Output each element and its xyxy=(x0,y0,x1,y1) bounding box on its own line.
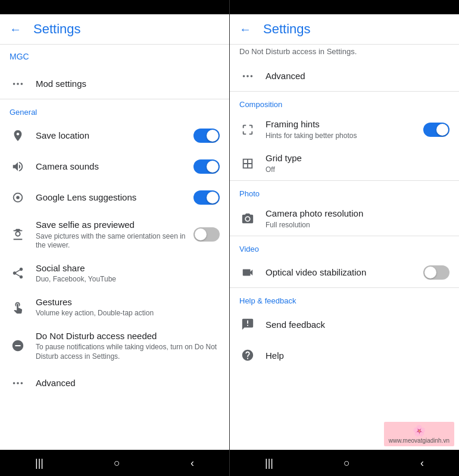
social-share-row[interactable]: Social share Duo, Facebook, YouTube xyxy=(0,256,229,290)
advanced-dots-icon-right xyxy=(239,68,256,84)
social-share-subtitle: Duo, Facebook, YouTube xyxy=(36,275,220,284)
google-lens-toggle[interactable] xyxy=(193,190,220,205)
optical-video-stabilization-row[interactable]: Optical video stabilization xyxy=(230,257,459,288)
do-not-disturb-note: Do Not Disturb access in Settings. xyxy=(230,45,459,61)
svg-point-0 xyxy=(13,83,15,85)
mgc-label: MGC xyxy=(0,45,229,68)
google-lens-text: Google Lens suggestions xyxy=(36,192,189,203)
save-selfie-toggle[interactable] xyxy=(193,227,220,242)
left-nav-back[interactable]: ‹ xyxy=(179,452,206,474)
left-scroll: MGC Mod settings General Save location xyxy=(0,45,229,450)
composition-label: Composition xyxy=(230,92,459,112)
do-not-disturb-subtitle: To pause notifications while taking vide… xyxy=(36,343,220,361)
optical-video-stabilization-title: Optical video stabilization xyxy=(266,267,419,278)
grid-type-row[interactable]: Grid type Off xyxy=(230,146,459,181)
camera-sounds-row[interactable]: Camera sounds xyxy=(0,151,229,182)
share-icon xyxy=(10,265,26,281)
right-nav-home[interactable]: ○ xyxy=(332,452,362,474)
optical-video-stabilization-text: Optical video stabilization xyxy=(266,267,419,278)
left-header: ← Settings xyxy=(0,14,229,45)
right-status-bar xyxy=(230,0,459,14)
selfie-icon xyxy=(10,226,26,243)
help-row[interactable]: Help xyxy=(230,340,459,371)
camera-photo-resolution-title: Camera photo resolution xyxy=(266,208,449,220)
save-selfie-row[interactable]: Save selfie as previewed Save pictures w… xyxy=(0,213,229,256)
left-back-button[interactable]: ← xyxy=(10,23,21,36)
help-icon xyxy=(239,347,256,364)
save-selfie-title: Save selfie as previewed xyxy=(36,219,189,231)
camera-sounds-text: Camera sounds xyxy=(36,161,189,173)
save-location-toggle[interactable] xyxy=(193,129,220,143)
sound-icon xyxy=(10,158,26,175)
right-nav-recents[interactable]: ||| xyxy=(253,452,285,474)
mod-settings-row[interactable]: Mod settings xyxy=(0,68,229,99)
grid-type-title: Grid type xyxy=(266,152,449,164)
advanced-text-left: Advanced xyxy=(36,377,220,389)
watermark-lotus: 🌸 xyxy=(413,424,426,437)
disturb-icon xyxy=(10,337,26,354)
left-nav-recents[interactable]: ||| xyxy=(23,452,55,474)
lens-icon xyxy=(10,189,26,206)
save-selfie-subtitle: Save pictures with the same orientation … xyxy=(36,232,189,250)
do-not-disturb-text: Do Not Disturb access needed To pause no… xyxy=(36,330,220,362)
gestures-subtitle: Volume key action, Double-tap action xyxy=(36,309,220,318)
general-label: General xyxy=(0,99,229,120)
svg-point-4 xyxy=(16,196,20,199)
advanced-text-right: Advanced xyxy=(266,70,449,82)
framing-hints-text: Framing hints Hints for taking better ph… xyxy=(266,118,419,140)
right-nav-back[interactable]: ‹ xyxy=(408,452,436,474)
grid-type-subtitle: Off xyxy=(266,165,449,175)
advanced-row-right[interactable]: Advanced xyxy=(230,61,459,92)
framing-hints-row[interactable]: Framing hints Hints for taking better ph… xyxy=(230,112,459,146)
gestures-row[interactable]: Gestures Volume key action, Double-tap a… xyxy=(0,290,229,324)
gesture-icon xyxy=(10,299,26,315)
right-settings-title: Settings xyxy=(263,21,311,37)
left-status-bar xyxy=(0,0,229,14)
do-not-disturb-title: Do Not Disturb access needed xyxy=(36,330,220,342)
send-feedback-title: Send feedback xyxy=(266,319,449,331)
camera-photo-resolution-text: Camera photo resolution Full resolution xyxy=(266,208,449,230)
camera-photo-resolution-row[interactable]: Camera photo resolution Full resolution xyxy=(230,202,459,236)
svg-point-6 xyxy=(17,382,19,384)
svg-point-8 xyxy=(243,75,245,77)
save-location-text: Save location xyxy=(36,130,189,142)
do-not-disturb-row[interactable]: Do Not Disturb access needed To pause no… xyxy=(0,324,229,368)
advanced-row-left[interactable]: Advanced xyxy=(0,368,229,399)
optical-video-stabilization-toggle[interactable] xyxy=(423,265,449,280)
advanced-title-right: Advanced xyxy=(266,70,449,82)
left-nav-home[interactable]: ○ xyxy=(102,452,132,474)
camera-sounds-toggle[interactable] xyxy=(193,159,220,174)
left-settings-title: Settings xyxy=(33,21,81,37)
mod-settings-text: Mod settings xyxy=(36,78,220,90)
svg-point-1 xyxy=(17,83,19,85)
save-location-row[interactable]: Save location xyxy=(0,120,229,151)
framing-hints-subtitle: Hints for taking better photos xyxy=(266,131,419,141)
right-back-button[interactable]: ← xyxy=(239,23,251,36)
advanced-title-left: Advanced xyxy=(36,377,220,389)
social-share-text: Social share Duo, Facebook, YouTube xyxy=(36,262,220,284)
camera-photo-resolution-subtitle: Full resolution xyxy=(266,221,449,230)
photo-label: Photo xyxy=(230,181,459,202)
gestures-text: Gestures Volume key action, Double-tap a… xyxy=(36,296,220,318)
right-scroll: Do Not Disturb access in Settings. Advan… xyxy=(230,45,459,450)
send-feedback-text: Send feedback xyxy=(266,319,449,331)
framing-hints-icon xyxy=(239,121,256,138)
help-text: Help xyxy=(266,350,449,362)
left-nav-bar: ||| ○ ‹ xyxy=(0,450,229,476)
svg-point-5 xyxy=(13,382,15,384)
grid-type-icon xyxy=(239,155,256,172)
google-lens-row[interactable]: Google Lens suggestions xyxy=(0,182,229,213)
send-feedback-row[interactable]: Send feedback xyxy=(230,309,459,340)
mod-settings-title: Mod settings xyxy=(36,78,220,90)
camera-icon xyxy=(239,211,256,227)
framing-hints-title: Framing hints xyxy=(266,118,419,130)
svg-point-10 xyxy=(251,75,253,77)
framing-hints-toggle[interactable] xyxy=(423,123,449,137)
camera-sounds-title: Camera sounds xyxy=(36,161,189,173)
video-label: Video xyxy=(230,236,459,257)
right-panel: ← Settings Do Not Disturb access in Sett… xyxy=(229,0,459,476)
location-icon xyxy=(10,127,26,144)
help-feedback-label: Help & feedback xyxy=(230,288,459,309)
watermark-url: www.meovatgiadinh.vn xyxy=(389,437,449,444)
save-selfie-text: Save selfie as previewed Save pictures w… xyxy=(36,219,189,250)
